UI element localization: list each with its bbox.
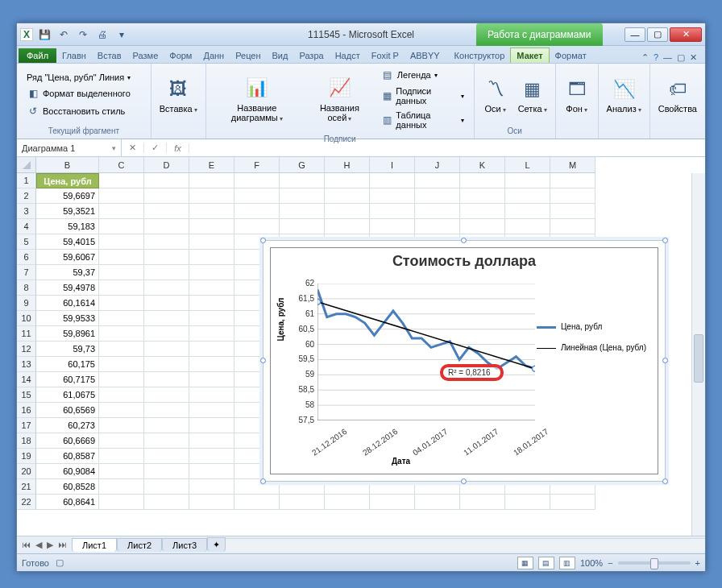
empty-cell[interactable] (144, 250, 189, 265)
empty-cell[interactable] (189, 418, 234, 433)
empty-cell[interactable] (99, 495, 144, 510)
sheet-tab-3[interactable]: Лист3 (162, 538, 207, 552)
enter-formula-icon[interactable]: ✓ (144, 143, 167, 153)
select-all-corner[interactable] (17, 157, 36, 173)
empty-cell[interactable] (550, 173, 595, 188)
qat-redo[interactable]: ↷ (75, 27, 91, 43)
reset-style-button[interactable]: ↺Восстановить стиль (23, 103, 134, 119)
data-cell[interactable]: 59,6067 (36, 250, 99, 265)
sheet-nav-first[interactable]: ⏮ (20, 540, 32, 550)
data-cell[interactable]: 60,8528 (36, 479, 99, 495)
col-header-M[interactable]: M (550, 157, 595, 173)
data-labels-button[interactable]: ▦Подписи данных▾ (378, 85, 467, 107)
empty-cell[interactable] (280, 173, 325, 188)
col-header-C[interactable]: C (99, 157, 144, 173)
empty-cell[interactable] (460, 173, 505, 188)
macro-record-icon[interactable]: ▢ (56, 557, 64, 568)
row-header[interactable]: 17 (17, 418, 36, 433)
empty-cell[interactable] (144, 265, 189, 280)
empty-cell[interactable] (325, 173, 370, 188)
plot-area[interactable]: R² = 0,8216 (317, 284, 535, 420)
empty-cell[interactable] (415, 188, 460, 204)
insert-button[interactable]: 🖼Вставка (155, 75, 202, 116)
row-header[interactable]: 8 (17, 280, 36, 296)
sheet-tab-1[interactable]: Лист1 (72, 538, 117, 552)
empty-cell[interactable] (325, 204, 370, 219)
empty-cell[interactable] (99, 311, 144, 326)
empty-cell[interactable] (99, 433, 144, 449)
empty-cell[interactable] (144, 357, 189, 372)
row-header[interactable]: 20 (17, 464, 36, 479)
empty-cell[interactable] (99, 326, 144, 342)
empty-cell[interactable] (144, 188, 189, 204)
empty-cell[interactable] (144, 464, 189, 479)
minimize-button[interactable]: — (624, 27, 645, 42)
empty-cell[interactable] (234, 219, 280, 234)
data-cell[interactable]: 61,0675 (36, 387, 99, 403)
empty-cell[interactable] (234, 188, 280, 204)
r-squared-annotation[interactable]: R² = 0,8216 (440, 364, 504, 381)
empty-cell[interactable] (144, 326, 189, 342)
empty-cell[interactable] (370, 188, 415, 204)
empty-cell[interactable] (99, 357, 144, 372)
qat-undo[interactable]: ↶ (56, 27, 72, 43)
zoom-out-button[interactable]: − (608, 558, 612, 568)
properties-button[interactable]: 🏷Свойства (654, 75, 702, 115)
chart-title[interactable]: Стоимость доллара (271, 248, 658, 275)
row-header[interactable]: 4 (17, 219, 36, 234)
sheet-nav-last[interactable]: ⏭ (56, 540, 68, 550)
empty-cell[interactable] (144, 173, 189, 188)
col-header-H[interactable]: H (325, 157, 370, 173)
row-header[interactable]: 11 (17, 326, 36, 342)
vertical-scrollbar[interactable] (691, 173, 705, 536)
empty-cell[interactable] (99, 250, 144, 265)
empty-cell[interactable] (99, 296, 144, 311)
empty-cell[interactable] (99, 234, 144, 250)
tab-review[interactable]: Рецен (230, 48, 266, 63)
row-header[interactable]: 18 (17, 433, 36, 449)
empty-cell[interactable] (144, 403, 189, 418)
empty-cell[interactable] (189, 372, 234, 387)
empty-cell[interactable] (189, 495, 234, 510)
close-button[interactable]: ✕ (670, 27, 702, 42)
tab-insert[interactable]: Встав (92, 48, 127, 63)
tab-abbyy[interactable]: ABBYY (405, 48, 446, 63)
empty-cell[interactable] (505, 495, 550, 510)
empty-cell[interactable] (505, 188, 550, 204)
empty-cell[interactable] (189, 433, 234, 449)
doc-min-icon[interactable]: — (663, 52, 672, 63)
empty-cell[interactable] (189, 280, 234, 296)
empty-cell[interactable] (99, 387, 144, 403)
empty-cell[interactable] (460, 495, 505, 510)
data-cell[interactable]: 60,175 (36, 357, 99, 372)
empty-cell[interactable] (189, 234, 234, 250)
empty-cell[interactable] (99, 204, 144, 219)
help-icon[interactable]: ? (654, 52, 658, 63)
y-axis-label[interactable]: Цена, рубл (276, 298, 285, 342)
empty-cell[interactable] (189, 265, 234, 280)
data-cell[interactable]: 60,273 (36, 418, 99, 433)
view-pagebreak-button[interactable]: ▥ (559, 557, 575, 569)
empty-cell[interactable] (99, 219, 144, 234)
empty-cell[interactable] (189, 387, 234, 403)
row-header[interactable]: 13 (17, 357, 36, 372)
row-header[interactable]: 10 (17, 311, 36, 326)
data-cell[interactable]: 59,9533 (36, 311, 99, 326)
empty-cell[interactable] (99, 188, 144, 204)
ribbon-minimize-icon[interactable]: ⌃ (641, 52, 649, 63)
sheet-tab-2[interactable]: Лист2 (117, 538, 162, 552)
tab-home[interactable]: Главн (56, 48, 92, 63)
tab-developer[interactable]: Разра (293, 48, 329, 63)
data-cell[interactable]: 60,6569 (36, 403, 99, 418)
chart-legend[interactable]: Цена, рубл Линейная (Цена, рубл) (537, 321, 646, 362)
empty-cell[interactable] (280, 219, 325, 234)
empty-cell[interactable] (234, 173, 280, 188)
empty-cell[interactable] (189, 173, 234, 188)
empty-cell[interactable] (370, 219, 415, 234)
empty-cell[interactable] (460, 188, 505, 204)
analysis-button[interactable]: 📉Анализ (602, 75, 646, 116)
empty-cell[interactable] (325, 495, 370, 510)
empty-cell[interactable] (505, 204, 550, 219)
empty-cell[interactable] (370, 173, 415, 188)
data-cell[interactable]: 59,4978 (36, 280, 99, 296)
